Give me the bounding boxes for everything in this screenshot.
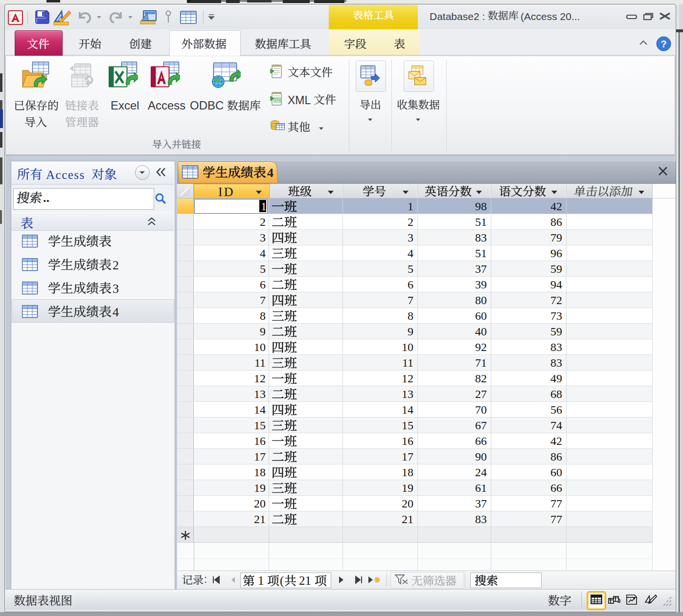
- svg-text:?: ?: [660, 39, 666, 49]
